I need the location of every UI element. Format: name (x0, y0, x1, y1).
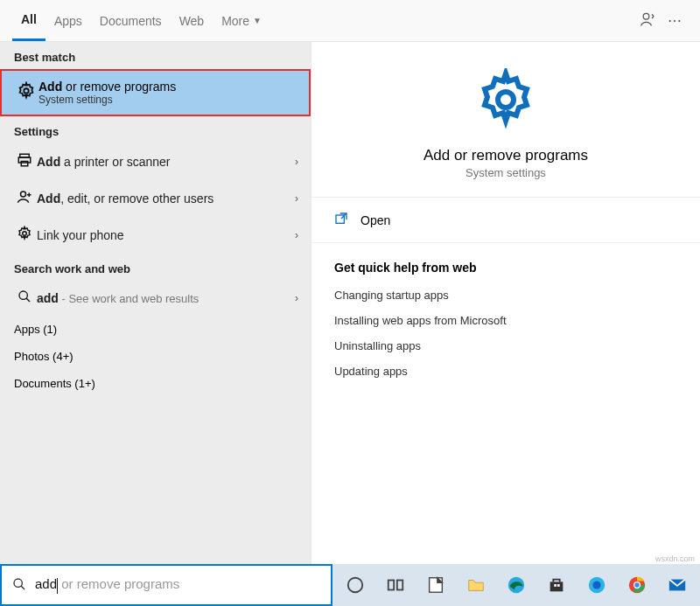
search-icon (12, 577, 26, 594)
help-link[interactable]: Changing startup apps (334, 289, 677, 302)
taskbar-libreoffice-icon[interactable] (424, 573, 448, 597)
gear-icon (14, 81, 38, 105)
search-icon (12, 289, 37, 307)
watermark: wsxdn.com (655, 554, 695, 563)
help-link[interactable]: Updating apps (334, 365, 677, 378)
gear-icon (12, 226, 37, 245)
chevron-right-icon: › (295, 192, 298, 205)
open-action[interactable]: Open (312, 198, 700, 243)
svg-rect-20 (554, 584, 556, 587)
taskbar-msedge2-icon[interactable] (584, 573, 609, 597)
svg-point-9 (19, 291, 27, 299)
taskbar-cortana-icon[interactable] (343, 573, 368, 597)
svg-point-15 (348, 578, 363, 593)
rewards-icon[interactable] (635, 10, 662, 31)
result-best-match[interactable]: Add or remove programs System settings (0, 69, 311, 116)
taskbar-edge-icon[interactable] (504, 573, 528, 597)
gear-icon (474, 68, 537, 135)
svg-point-11 (498, 92, 514, 108)
best-match-header: Best match (0, 42, 311, 69)
category-photos[interactable]: Photos (4+) (0, 343, 311, 370)
svg-point-0 (643, 13, 649, 19)
result-add-users[interactable]: Add, edit, or remove other users › (0, 180, 311, 217)
svg-point-5 (21, 192, 26, 197)
more-options-icon[interactable]: ⋯ (662, 12, 688, 29)
tab-web[interactable]: Web (171, 0, 214, 41)
search-tabs: All Apps Documents Web More▼ ⋯ (0, 0, 700, 42)
preview-subtitle: System settings (329, 166, 682, 179)
taskbar-chrome-icon[interactable] (625, 573, 649, 597)
chevron-down-icon: ▼ (253, 16, 262, 25)
svg-point-13 (14, 579, 22, 587)
tab-documents[interactable]: Documents (91, 0, 171, 41)
chevron-right-icon: › (295, 156, 298, 168)
svg-line-10 (26, 298, 30, 302)
taskbar-explorer-icon[interactable] (464, 573, 488, 597)
svg-rect-17 (397, 581, 402, 590)
result-add-printer[interactable]: Add a printer or scanner › (0, 143, 311, 180)
help-title: Get quick help from web (334, 261, 677, 275)
category-documents[interactable]: Documents (1+) (0, 370, 311, 397)
help-link[interactable]: Installing web apps from Microsoft (334, 314, 677, 327)
svg-point-8 (23, 232, 27, 236)
svg-rect-21 (557, 584, 560, 587)
tab-apps[interactable]: Apps (46, 0, 91, 41)
result-link-phone[interactable]: Link your phone › (0, 217, 311, 254)
preview-title: Add or remove programs (329, 147, 682, 164)
taskbar (332, 564, 700, 606)
taskbar-mail-icon[interactable] (665, 573, 690, 597)
help-link[interactable]: Uninstalling apps (334, 339, 677, 352)
chevron-right-icon: › (295, 229, 298, 241)
printer-icon (12, 152, 37, 171)
search-input[interactable]: add or remove programs (0, 564, 332, 606)
results-panel: Best match Add or remove programs System… (0, 42, 311, 564)
svg-rect-16 (388, 581, 394, 590)
settings-header: Settings (0, 116, 311, 143)
svg-point-23 (592, 581, 600, 589)
tab-more[interactable]: More▼ (213, 0, 270, 41)
preview-panel: Add or remove programs System settings O… (311, 42, 700, 564)
open-icon (334, 212, 348, 228)
tab-all[interactable]: All (12, 0, 46, 41)
search-web-header: Search work and web (0, 254, 311, 281)
svg-point-1 (24, 88, 29, 94)
taskbar-taskview-icon[interactable] (383, 573, 408, 597)
taskbar-store-icon[interactable] (544, 573, 569, 597)
svg-point-26 (634, 582, 640, 588)
svg-line-14 (21, 586, 24, 589)
chevron-right-icon: › (295, 292, 298, 304)
person-icon (12, 189, 37, 208)
category-apps[interactable]: Apps (1) (0, 316, 311, 343)
result-web-search[interactable]: add - See work and web results › (0, 281, 311, 316)
